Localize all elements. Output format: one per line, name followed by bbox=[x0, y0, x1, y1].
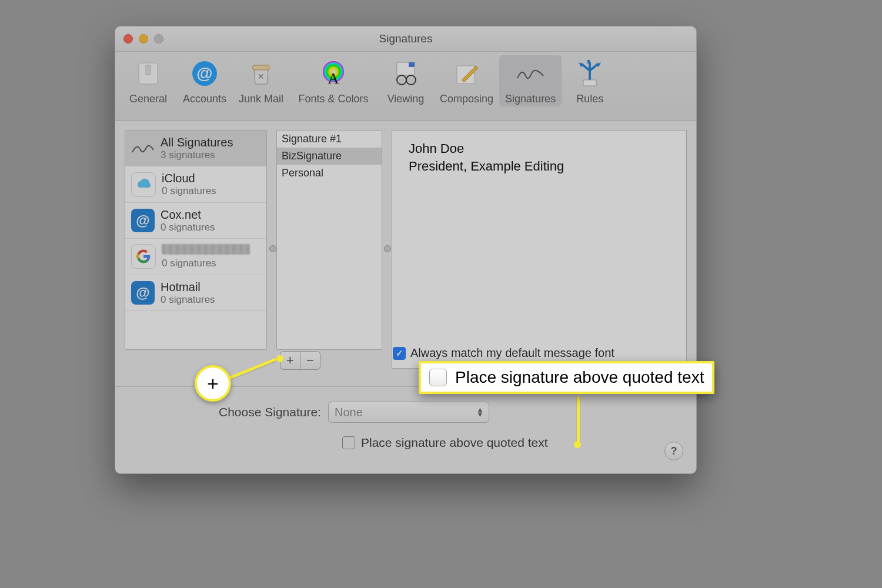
tab-fonts-colors[interactable]: A Fonts & Colors bbox=[289, 55, 377, 106]
account-icloud[interactable]: iCloud0 signatures bbox=[125, 166, 266, 202]
svg-rect-1 bbox=[146, 65, 151, 75]
column-resize-handle[interactable] bbox=[269, 245, 276, 252]
icloud-icon bbox=[131, 172, 156, 197]
tab-composing[interactable]: Composing bbox=[434, 55, 499, 106]
always-match-font-checkbox[interactable] bbox=[393, 347, 406, 360]
tab-accounts[interactable]: @ Accounts bbox=[176, 55, 233, 106]
at-icon: @ bbox=[131, 209, 155, 232]
column-resize-handle[interactable] bbox=[384, 245, 391, 252]
add-signature-button[interactable]: + bbox=[280, 351, 300, 370]
tab-signatures[interactable]: Signatures bbox=[499, 55, 562, 106]
signature-item[interactable]: BizSignature bbox=[277, 148, 382, 165]
callout-label: Place signature above quoted text bbox=[455, 368, 704, 387]
signature-editor[interactable]: John Doe President, Example Editing bbox=[392, 130, 687, 369]
plus-icon: + bbox=[195, 365, 231, 402]
callout-endpoint bbox=[574, 441, 581, 448]
font-color-icon: A bbox=[318, 58, 349, 89]
place-above-quoted-checkbox[interactable] bbox=[342, 436, 355, 449]
callout-endpoint bbox=[276, 355, 283, 362]
tab-viewing[interactable]: Viewing bbox=[377, 55, 434, 106]
signature-icon bbox=[131, 136, 155, 160]
glasses-icon bbox=[390, 58, 422, 89]
account-cox[interactable]: @ Cox.net0 signatures bbox=[125, 203, 266, 239]
svg-text:@: @ bbox=[196, 64, 212, 82]
svg-point-10 bbox=[397, 75, 406, 85]
redacted-account-name bbox=[162, 243, 250, 258]
choose-signature-row: Choose Signature: None ▲▼ bbox=[219, 402, 489, 423]
checkbox-icon bbox=[429, 369, 447, 386]
svg-rect-14 bbox=[583, 80, 596, 86]
help-button[interactable]: ? bbox=[664, 442, 683, 460]
choose-signature-label: Choose Signature: bbox=[219, 405, 321, 419]
signature-item[interactable]: Signature #1 bbox=[277, 131, 382, 148]
pencil-icon bbox=[451, 58, 483, 89]
tab-general[interactable]: General bbox=[120, 55, 176, 106]
account-google[interactable]: 0 signatures bbox=[125, 239, 266, 275]
callout-add-button: + bbox=[195, 365, 231, 402]
place-above-quoted-label: Place signature above quoted text bbox=[361, 436, 548, 450]
always-match-font-row: Always match my default message font bbox=[393, 346, 614, 360]
signature-list[interactable]: Signature #1 BizSignature Personal bbox=[276, 130, 382, 350]
at-icon: @ bbox=[131, 281, 155, 305]
svg-rect-4 bbox=[253, 65, 269, 70]
preview-line: President, Example Editing bbox=[409, 158, 670, 175]
preferences-window: Signatures General @ Accounts ✕ Junk Mai bbox=[115, 26, 697, 474]
rules-icon bbox=[574, 58, 606, 89]
tab-rules[interactable]: Rules bbox=[562, 55, 618, 106]
tab-junk-mail[interactable]: ✕ Junk Mail bbox=[233, 55, 289, 106]
accounts-list[interactable]: All Signatures3 signatures iCloud0 signa… bbox=[125, 130, 267, 350]
callout-connector bbox=[577, 396, 580, 443]
chevron-up-down-icon: ▲▼ bbox=[476, 407, 483, 417]
place-above-quoted-row: Place signature above quoted text bbox=[342, 436, 548, 450]
svg-text:A: A bbox=[328, 70, 339, 87]
svg-text:✕: ✕ bbox=[258, 72, 265, 81]
preview-line: John Doe bbox=[409, 140, 670, 158]
titlebar: Signatures bbox=[115, 26, 696, 52]
window-title: Signatures bbox=[115, 32, 696, 45]
google-icon bbox=[131, 244, 156, 269]
choose-signature-select[interactable]: None ▲▼ bbox=[328, 402, 489, 423]
always-match-font-label: Always match my default message font bbox=[410, 346, 614, 360]
account-hotmail[interactable]: @ Hotmail0 signatures bbox=[125, 275, 266, 311]
signature-item[interactable]: Personal bbox=[277, 165, 382, 182]
account-all-signatures[interactable]: All Signatures3 signatures bbox=[125, 131, 266, 166]
remove-signature-button[interactable]: − bbox=[300, 351, 320, 370]
svg-point-11 bbox=[406, 75, 416, 85]
svg-rect-9 bbox=[409, 62, 415, 67]
signature-add-remove: + − bbox=[280, 351, 320, 370]
at-icon: @ bbox=[189, 58, 220, 89]
signature-icon bbox=[514, 58, 546, 89]
callout-place-signature: Place signature above quoted text bbox=[419, 361, 714, 394]
preferences-toolbar: General @ Accounts ✕ Junk Mail A Fonts &… bbox=[115, 52, 696, 121]
trash-icon: ✕ bbox=[245, 58, 277, 89]
switch-icon bbox=[132, 58, 164, 89]
